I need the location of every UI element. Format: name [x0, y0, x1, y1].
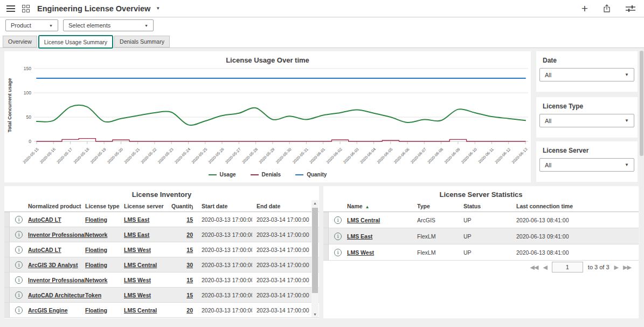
line-chart[interactable]: 0501001502020-05-152020-05-162020-05-172… [4, 51, 531, 182]
legend-item-denials[interactable]: Denials [251, 172, 281, 178]
license-type-link[interactable]: Floating [85, 247, 107, 253]
server-name-link[interactable]: LMS East [347, 233, 372, 240]
page-input[interactable] [552, 262, 583, 272]
svg-text:2020-06-01: 2020-06-01 [308, 147, 326, 165]
legend-item-usage[interactable]: Usage [209, 172, 236, 178]
export-icon[interactable] [603, 4, 611, 13]
license-server-link[interactable]: LMS Central [124, 262, 157, 268]
info-icon[interactable]: i [15, 246, 23, 254]
column-header-type[interactable]: Type [417, 203, 463, 209]
quantity-link[interactable]: 15 [186, 277, 193, 283]
license-server-link[interactable]: LMS West [124, 292, 151, 298]
filter-card-license-type: License Type All ▼ [536, 97, 638, 138]
legend-swatch [295, 174, 303, 175]
license-server-link[interactable]: LMS West [124, 247, 151, 253]
elements-select[interactable]: Select elements ▼ [63, 19, 154, 31]
column-header-quantity[interactable]: Quantity [171, 203, 193, 209]
normalized-product-link[interactable]: Inventor Professional [28, 277, 85, 283]
quantity-link[interactable]: 15 [186, 292, 193, 298]
info-icon[interactable]: i [334, 216, 342, 224]
column-header-license-server[interactable]: License server [124, 203, 171, 209]
add-icon[interactable]: + [581, 3, 588, 14]
app-grid-icon[interactable] [22, 5, 30, 12]
end-date: 2023-03-14 17:00:00 [252, 307, 311, 314]
scrollbar-thumb[interactable] [312, 208, 318, 293]
table-row: iAutoCAD LTFloatingLMS West152020-03-13 … [4, 242, 319, 257]
scrollbar-thumb[interactable] [640, 51, 643, 156]
license-type-filter-select[interactable]: All ▼ [539, 114, 634, 127]
first-page-icon[interactable]: ◀◀ [530, 264, 538, 271]
normalized-product-link[interactable]: Inventor Professional [28, 231, 85, 238]
column-header-last-connection-time[interactable]: Last connection time [516, 203, 635, 209]
quantity-link[interactable]: 20 [186, 307, 193, 314]
info-icon[interactable]: i [15, 261, 23, 269]
quantity-link[interactable]: 30 [186, 262, 193, 268]
scroll-up-icon[interactable]: ▲ [311, 201, 318, 205]
column-header-start-date[interactable]: Start date [193, 203, 252, 209]
svg-text:2020-05-16: 2020-05-16 [39, 147, 57, 165]
info-icon[interactable]: i [15, 276, 23, 284]
license-type-link[interactable]: Token [85, 292, 101, 298]
quantity-link[interactable]: 15 [186, 247, 193, 253]
svg-text:2020-05-20: 2020-05-20 [106, 147, 124, 165]
date-filter-select[interactable]: All ▼ [539, 68, 634, 81]
row-info-cell: i [10, 261, 28, 269]
tab-license-usage-summary[interactable]: License Usage Summary [38, 35, 113, 49]
sort-ascending-icon: ▲ [365, 205, 370, 209]
start-date: 2020-03-13 17:00:00 [193, 231, 252, 238]
normalized-product-link[interactable]: AutoCAD LT [28, 247, 61, 253]
column-header-name[interactable]: Name▲ [347, 203, 417, 209]
license-server-link[interactable]: LMS West [124, 277, 151, 283]
license-server: LMS West [124, 277, 171, 283]
next-page-icon[interactable]: ▶ [614, 264, 618, 271]
inventory-scrollbar[interactable]: ▲ ▼ [311, 200, 318, 317]
title-dropdown-caret-icon[interactable]: ▼ [156, 6, 160, 11]
license-type-link[interactable]: Network [85, 277, 107, 283]
menu-icon[interactable] [6, 5, 15, 12]
start-date: 2020-03-13 17:00:00 [193, 277, 252, 283]
usage-chart-card: License Usage Over time 0501001502020-05… [4, 51, 531, 182]
last-page-icon[interactable]: ▶▶ [623, 264, 631, 271]
server-name-link[interactable]: LMS West [347, 249, 374, 256]
normalized-product: AutoCAD LT [28, 247, 85, 253]
info-icon[interactable]: i [15, 306, 23, 314]
license-type-link[interactable]: Network [85, 231, 107, 238]
info-icon[interactable]: i [15, 291, 23, 299]
info-icon[interactable]: i [15, 216, 23, 223]
info-icon[interactable]: i [334, 249, 342, 256]
normalized-product-link[interactable]: ArcGIS Engine [28, 307, 68, 314]
quantity-link[interactable]: 15 [186, 216, 193, 223]
license-server-link[interactable]: LMS East [124, 216, 149, 223]
end-date: 2023-03-14 17:00:00 [252, 231, 311, 238]
column-header-end-date[interactable]: End date [252, 203, 311, 209]
normalized-product-link[interactable]: AutoCAD LT [28, 216, 61, 223]
scroll-down-icon[interactable]: ▼ [311, 312, 318, 316]
info-icon[interactable]: i [334, 233, 342, 240]
normalized-product: ArcGIS 3D Analyst [28, 262, 85, 268]
legend-item-quanity[interactable]: Quanity [295, 172, 327, 178]
table-row: iArcGIS 3D AnalystFloatingLMS Central302… [4, 257, 319, 272]
dimension-select[interactable]: Product ▼ [5, 19, 58, 31]
column-header-status[interactable]: Status [463, 203, 516, 209]
server-type: ArcGIS [417, 217, 463, 223]
quantity-link[interactable]: 20 [186, 231, 193, 238]
tab-denials-summary[interactable]: Denials Summary [114, 36, 170, 47]
license-type-link[interactable]: Floating [85, 307, 107, 314]
license-server-filter-select[interactable]: All ▼ [539, 158, 634, 172]
tab-overview[interactable]: Overview [3, 36, 37, 47]
pagination: ◀◀ ◀ to 3 of 3 ▶ ▶▶ [530, 262, 631, 272]
license-server-link[interactable]: LMS East [124, 231, 149, 238]
license-server-link[interactable]: LMS Central [124, 307, 157, 314]
window-scrollbar[interactable] [640, 50, 643, 319]
column-header-normalized-product[interactable]: Normalized product [28, 203, 85, 209]
svg-text:2020-05-24: 2020-05-24 [174, 147, 191, 165]
license-type-link[interactable]: Floating [85, 262, 107, 268]
license-type-link[interactable]: Floating [85, 216, 107, 223]
previous-page-icon[interactable]: ◀ [543, 264, 546, 271]
settings-sliders-icon[interactable] [626, 5, 635, 12]
normalized-product-link[interactable]: AutoCAD Architecture [28, 292, 85, 298]
server-name-link[interactable]: LMS Central [347, 217, 380, 223]
column-header-license-type[interactable]: License type [85, 203, 124, 209]
normalized-product-link[interactable]: ArcGIS 3D Analyst [28, 262, 78, 268]
info-icon[interactable]: i [15, 231, 23, 239]
